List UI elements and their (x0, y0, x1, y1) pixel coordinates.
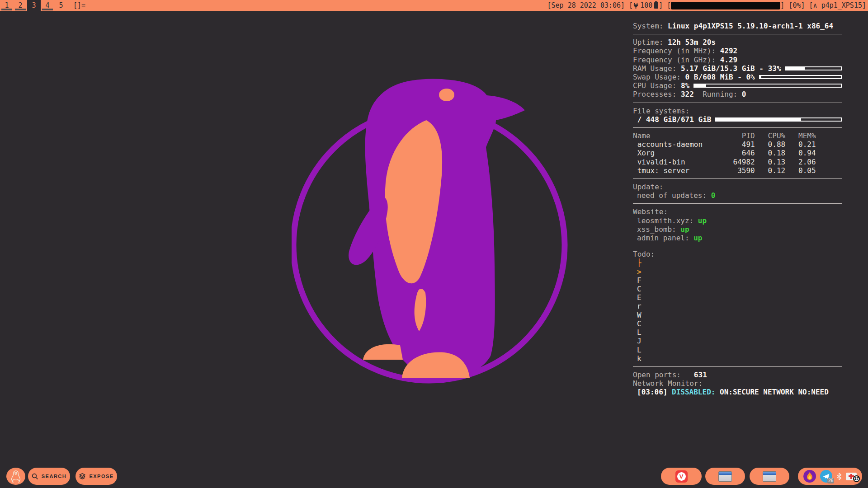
process-table-row: vivaldi-bin 64982 0.13 2.06 (633, 158, 842, 166)
divider (633, 103, 842, 103)
penguin-eye (439, 89, 454, 101)
telegram-tray-icon[interactable]: 26 (820, 470, 833, 483)
battery-icon (654, 2, 658, 9)
uptime-line: Uptime: 12h 53m 20s (633, 38, 842, 47)
todo-title: Todo: (633, 250, 842, 258)
layers-icon (79, 473, 86, 480)
status-datetime: [Sep 28 2022 03:06] (547, 1, 625, 9)
search-icon (32, 473, 38, 480)
firstaid-tray-icon[interactable]: 17 (846, 473, 857, 480)
status-hostname: [∧ p4p1_XPS15] (805, 1, 866, 9)
power-plug-icon (633, 3, 639, 9)
updates-needed-line: need of updates: 0 (633, 191, 842, 200)
workspace-tag-4[interactable]: 4 (41, 0, 54, 11)
firstaid-count-badge: 17 (853, 475, 860, 482)
search-button-label: SEARCH (42, 474, 66, 479)
cpu-usage-bar (693, 84, 842, 88)
todo-item: > (633, 267, 842, 276)
freq-ghz-line: Frequency (in GHz): 4.29 (633, 56, 842, 64)
todo-item: k (633, 354, 842, 363)
battery-percent: 100 (640, 1, 652, 9)
todo-item: ├ (633, 258, 842, 267)
workspace-tag-5[interactable]: 5 (54, 0, 68, 11)
processes-line: Processes: 322 Running: 0 (633, 90, 842, 99)
top-status-bar: 1 2 3 4 5 []= [Sep 28 2022 03:06] [ 100 … (0, 0, 868, 11)
open-ports-line: Open ports: 631 (633, 371, 842, 379)
taskbar-window-2[interactable] (750, 468, 789, 485)
window-icon (763, 471, 776, 482)
process-table-row: accounts-daemon 491 0.88 0.21 (633, 140, 842, 149)
penguin-wallpaper (292, 67, 572, 397)
layout-symbol[interactable]: []= (73, 1, 85, 9)
workspace-tag-2[interactable]: 2 (14, 0, 27, 11)
website-status-line: leosmith.xyz: up (633, 216, 842, 225)
flameshot-tray-icon[interactable] (803, 470, 816, 483)
network-monitor-title: Network Monitor: (633, 379, 842, 388)
system-tray: 26 17 (798, 468, 862, 485)
system-info-panel: System: Linux p4p1XPS15 5.19.10-arch1-1 … (633, 22, 842, 397)
expose-button[interactable]: EXPOSE (75, 468, 117, 485)
telegram-unread-badge: 26 (827, 478, 834, 483)
todo-item: C (633, 319, 842, 328)
window-icon (718, 471, 732, 482)
process-table-row: Xorg 646 0.18 0.94 (633, 149, 842, 157)
filesystems-title: File systems: (633, 107, 842, 115)
todo-item: r (633, 302, 842, 310)
process-table-row: tmux: server 3590 0.12 0.05 (633, 166, 842, 175)
divider (633, 203, 842, 204)
search-button[interactable]: SEARCH (28, 468, 70, 485)
swap-line: Swap Usage: 0 B/608 MiB - 0% (633, 73, 842, 81)
ram-line: RAM Usage: 5.17 GiB/15.3 GiB - 33% (633, 64, 842, 73)
website-status-line: xss_bomb: up (633, 225, 842, 234)
todo-item: C (633, 285, 842, 293)
redacted-network-info (671, 2, 780, 9)
tux-icon (10, 470, 22, 483)
update-title: Update: (633, 183, 842, 191)
status-cpu: [0%] (788, 1, 805, 9)
taskbar-window-1[interactable] (705, 468, 745, 485)
expose-button-label: EXPOSE (89, 474, 113, 479)
website-title: Website: (633, 207, 842, 216)
divider (633, 34, 842, 34)
todo-item: W (633, 311, 842, 319)
workspace-tags: 1 2 3 4 5 (0, 0, 68, 11)
todo-item: L (633, 328, 842, 337)
bluetooth-tray-icon[interactable] (836, 472, 842, 481)
divider (633, 127, 842, 128)
todo-item: F (633, 276, 842, 285)
process-table-header: Name PID CPU% MEM% (633, 131, 842, 140)
cpu-line: CPU Usage: 8% (633, 81, 842, 90)
taskbar-vivaldi-window[interactable]: V (661, 468, 702, 485)
ram-usage-bar (785, 66, 842, 70)
swap-usage-bar (759, 75, 842, 79)
workspace-tag-3-active[interactable]: 3 (27, 0, 41, 11)
network-monitor-status: [03:06] DISSABLED: ON:SECURE NETWORK NO:… (633, 388, 842, 396)
freq-mhz-line: Frequency (in MHz): 4292 (633, 47, 842, 55)
vivaldi-icon: V (675, 470, 688, 483)
divider (633, 246, 842, 246)
todo-item: L (633, 346, 842, 354)
statusbar-right: [Sep 28 2022 03:06] [ 100 ] [ ] [0%] [∧ … (547, 0, 867, 11)
tux-launcher-button[interactable] (6, 468, 25, 485)
todo-item: J (633, 337, 842, 345)
battery-segment: [ 100 ] (625, 1, 667, 9)
todo-item: E (633, 293, 842, 302)
workspace-tag-1[interactable]: 1 (0, 0, 14, 11)
system-line: System: Linux p4p1XPS15 5.19.10-arch1-1 … (633, 22, 842, 30)
website-status-line: admin panel: up (633, 234, 842, 242)
filesystem-usage-bar (715, 117, 842, 122)
penguin-foot-left (363, 344, 403, 360)
vivaldi-v-glyph: V (677, 472, 686, 481)
divider (633, 178, 842, 179)
divider (633, 366, 842, 367)
filesystem-root-line: / 448 GiB/671 GiB (633, 115, 842, 124)
penguin-artwork-svg (292, 67, 572, 397)
